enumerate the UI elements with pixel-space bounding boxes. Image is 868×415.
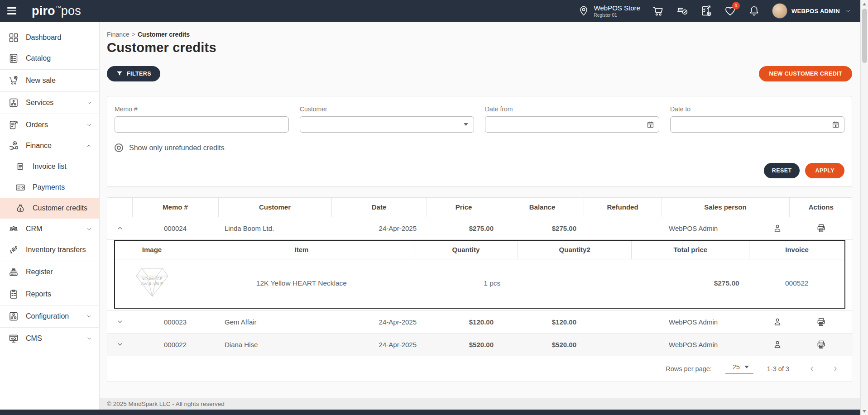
sidebar-item-label: Finance bbox=[26, 142, 52, 150]
memo-column-header[interactable]: Memo # bbox=[132, 198, 218, 217]
print-icon[interactable] bbox=[815, 339, 826, 350]
sales-person-cell: WebPOS Admin bbox=[662, 217, 789, 239]
favorites-heart-icon[interactable]: 1 bbox=[724, 5, 736, 17]
actions-cell bbox=[789, 310, 853, 333]
user-name: WEBPOS ADMIN bbox=[791, 8, 840, 14]
sidebar-item-new-sale[interactable]: New sale bbox=[0, 70, 99, 91]
sidebar-item-catalog[interactable]: Catalog bbox=[0, 48, 99, 69]
collapse-row-toggle[interactable] bbox=[107, 217, 132, 239]
breadcrumb-separator: > bbox=[132, 31, 135, 38]
chevron-down-icon bbox=[844, 7, 852, 15]
orders-icon bbox=[8, 119, 19, 130]
sales-person-column-header[interactable]: Sales person bbox=[662, 198, 789, 217]
sidebar-divider bbox=[0, 91, 99, 92]
sidebar-divider bbox=[0, 305, 99, 305]
reset-button[interactable]: RESET bbox=[764, 163, 800, 178]
chevron-down-icon bbox=[86, 313, 93, 320]
sidebar-item-customer-credits[interactable]: Customer credits bbox=[0, 198, 99, 219]
filters-button[interactable]: FILTERS bbox=[107, 66, 160, 81]
hamburger-menu-icon[interactable] bbox=[7, 5, 19, 17]
sidebar-item-crm[interactable]: CRM bbox=[0, 219, 99, 239]
next-page-button[interactable] bbox=[830, 363, 841, 374]
sidebar-item-label: Payments bbox=[33, 183, 65, 191]
credit-items-table: Image Item Quantity Quantity2 Total pric… bbox=[114, 240, 845, 309]
vertical-scrollbar[interactable] bbox=[860, 0, 868, 415]
person-icon[interactable] bbox=[772, 316, 783, 327]
application-window: piroTMpos WebPOS Store Register 01 bbox=[0, 0, 868, 415]
sidebar-item-register[interactable]: Register bbox=[0, 262, 99, 282]
sales-person-name: WebPOS Admin bbox=[669, 318, 718, 326]
sidebar-item-services[interactable]: Services bbox=[0, 92, 99, 113]
finance-icon bbox=[8, 140, 19, 151]
date-from-input[interactable] bbox=[485, 116, 659, 133]
breadcrumb-parent[interactable]: Finance bbox=[107, 31, 129, 38]
date-cell: 24-Apr-2025 bbox=[331, 310, 427, 333]
memo-cell: 000024 bbox=[132, 217, 218, 239]
print-icon[interactable] bbox=[815, 316, 826, 327]
sidebar-item-label: New sale bbox=[26, 76, 56, 85]
person-icon[interactable] bbox=[772, 223, 783, 234]
price-column-header[interactable]: Price bbox=[427, 198, 501, 217]
register-icon bbox=[8, 267, 19, 277]
sidebar-item-dashboard[interactable]: Dashboard bbox=[0, 27, 99, 48]
scrollbar-up-arrow[interactable] bbox=[861, 0, 868, 8]
sidebar-divider bbox=[0, 327, 99, 328]
sidebar-item-inventory-transfers[interactable]: Inventory transfers bbox=[0, 239, 99, 260]
sidebar-item-invoice-list[interactable]: Invoice list bbox=[0, 156, 99, 177]
sidebar-item-orders[interactable]: Orders bbox=[0, 114, 99, 135]
customer-cell: Gem Affair bbox=[218, 310, 331, 333]
invoice-column-header: Invoice bbox=[749, 240, 845, 259]
chevron-up-icon bbox=[86, 142, 93, 149]
page-content: Finance>Customer credits Customer credit… bbox=[100, 22, 860, 398]
balance-column-header[interactable]: Balance bbox=[501, 198, 584, 217]
customer-cell: Linda Boom Ltd. bbox=[218, 217, 331, 239]
radio-button-icon[interactable] bbox=[115, 143, 123, 152]
sidebar-item-finance[interactable]: Finance bbox=[0, 135, 99, 156]
person-icon[interactable] bbox=[772, 339, 783, 350]
unrefunded-radio-option[interactable]: Show only unrefunded credits bbox=[115, 143, 844, 152]
price-cell: $120.00 bbox=[427, 310, 501, 333]
sidebar-item-configuration[interactable]: Configuration bbox=[0, 306, 99, 327]
logo-light-text: pos bbox=[61, 4, 81, 18]
cms-monitor-icon bbox=[8, 333, 19, 344]
image-column-header: Image bbox=[115, 240, 189, 259]
store-selector[interactable]: WebPOS Store Register 01 bbox=[578, 4, 640, 18]
new-customer-credit-button[interactable]: NEW CUSTOMER CREDIT bbox=[759, 66, 852, 81]
sidebar-item-payments[interactable]: Payments bbox=[0, 177, 99, 198]
memo-cell: 000023 bbox=[132, 310, 218, 333]
scrollbar-down-arrow[interactable] bbox=[861, 407, 868, 415]
register-name: Register 01 bbox=[594, 13, 640, 18]
sidebar-divider bbox=[0, 261, 99, 261]
apply-button[interactable]: APPLY bbox=[805, 163, 844, 178]
expand-row-toggle[interactable] bbox=[107, 333, 132, 356]
date-cell: 24-Apr-2025 bbox=[331, 217, 427, 239]
chevron-down-icon bbox=[86, 99, 93, 106]
sidebar-item-cms[interactable]: CMS bbox=[0, 328, 99, 349]
expand-row-toggle[interactable] bbox=[107, 310, 132, 333]
scrollbar-thumb[interactable] bbox=[862, 9, 867, 63]
location-pin-icon bbox=[578, 5, 590, 17]
sidebar-divider bbox=[0, 69, 99, 70]
reports-clipboard-icon bbox=[8, 289, 19, 300]
app-logo: piroTMpos bbox=[32, 4, 81, 18]
memo-cell: 000022 bbox=[132, 333, 218, 356]
previous-page-button[interactable] bbox=[806, 363, 817, 374]
customer-column-header[interactable]: Customer bbox=[218, 198, 331, 217]
customer-cell: Diana Hise bbox=[218, 333, 331, 356]
sales-journal-refresh-icon[interactable] bbox=[676, 5, 688, 17]
print-icon[interactable] bbox=[815, 223, 826, 234]
date-column-header[interactable]: Date bbox=[331, 198, 427, 217]
notifications-bell-icon[interactable] bbox=[748, 5, 760, 17]
date-cell: 24-Apr-2025 bbox=[331, 333, 427, 356]
date-to-field-group: Date to bbox=[670, 105, 844, 133]
customer-select[interactable] bbox=[300, 116, 474, 133]
refunded-column-header[interactable]: Refunded bbox=[584, 198, 662, 217]
tasks-add-icon[interactable] bbox=[700, 5, 712, 17]
user-menu[interactable]: WEBPOS ADMIN bbox=[772, 3, 852, 19]
filter-panel: Memo # Customer bbox=[107, 96, 852, 187]
date-to-input[interactable] bbox=[670, 116, 844, 133]
cart-icon[interactable] bbox=[652, 5, 664, 17]
sidebar-item-reports[interactable]: Reports bbox=[0, 284, 99, 305]
memo-input[interactable] bbox=[115, 116, 289, 133]
rows-per-page-select[interactable]: 25 bbox=[725, 363, 753, 374]
